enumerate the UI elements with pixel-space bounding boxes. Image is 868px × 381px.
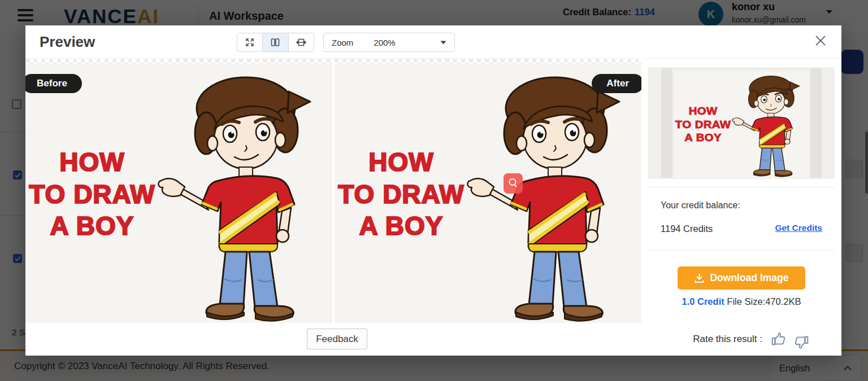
split-view-button[interactable]: [262, 33, 288, 51]
magnifier-icon: [507, 177, 519, 190]
split-view-icon: [270, 37, 280, 47]
rate-result-group: Rate this result :: [693, 323, 810, 356]
rate-label: Rate this result :: [693, 334, 762, 345]
credit-balance-label: Your credit balance:: [661, 200, 740, 211]
download-cost-line: 1.0 Credit File Size:470.2KB: [641, 296, 841, 307]
slider-view-icon: [296, 37, 306, 47]
thumbnail-letterbox: [810, 68, 822, 178]
file-size: File Size:470.2KB: [724, 296, 801, 306]
close-icon: [815, 35, 826, 46]
download-icon: [694, 273, 705, 283]
slider-view-button[interactable]: [288, 33, 314, 51]
fullscreen-icon: [245, 37, 255, 47]
preview-modal: Preview Zoom 200% Befo: [25, 25, 841, 356]
zoom-value: 200%: [374, 38, 395, 47]
chevron-down-icon: [440, 41, 446, 45]
thumbnail-letterbox: [661, 68, 672, 178]
feedback-button[interactable]: Feedback: [307, 329, 367, 349]
before-badge: Before: [25, 74, 82, 93]
thumbs-down-icon: [793, 334, 810, 351]
zoom-label: Zoom: [332, 38, 353, 47]
thumbs-up-button[interactable]: [770, 331, 787, 348]
close-button[interactable]: [812, 32, 829, 49]
download-image-button[interactable]: Download Image: [678, 266, 805, 290]
panel-divider: [648, 250, 835, 251]
after-badge: After: [592, 74, 641, 93]
fullscreen-view-button[interactable]: [237, 33, 262, 51]
zoom-dropdown[interactable]: Zoom 200%: [323, 33, 455, 52]
credit-balance-value: 1194 Credits: [661, 224, 713, 234]
zoom-handle[interactable]: [504, 173, 523, 194]
get-credits-link[interactable]: Get Credits: [775, 223, 822, 233]
credit-cost: 1.0 Credit: [682, 296, 724, 306]
after-image-pane[interactable]: After: [335, 59, 641, 323]
compare-area: Before After Your credit b: [25, 58, 841, 323]
download-button-label: Download Image: [710, 272, 788, 284]
result-side-panel: Your credit balance: 1194 Credits Get Cr…: [641, 59, 841, 323]
panel-divider: [648, 187, 835, 187]
modal-footer: Feedback Rate this result :: [25, 323, 841, 356]
thumbs-down-button[interactable]: [793, 334, 810, 351]
modal-title: Preview: [40, 33, 95, 51]
result-thumbnail[interactable]: [648, 67, 835, 179]
before-image-pane[interactable]: Before: [25, 59, 332, 323]
thumbnail-image: [674, 68, 809, 178]
view-mode-switcher: [237, 33, 314, 52]
thumbs-up-icon: [770, 331, 787, 348]
